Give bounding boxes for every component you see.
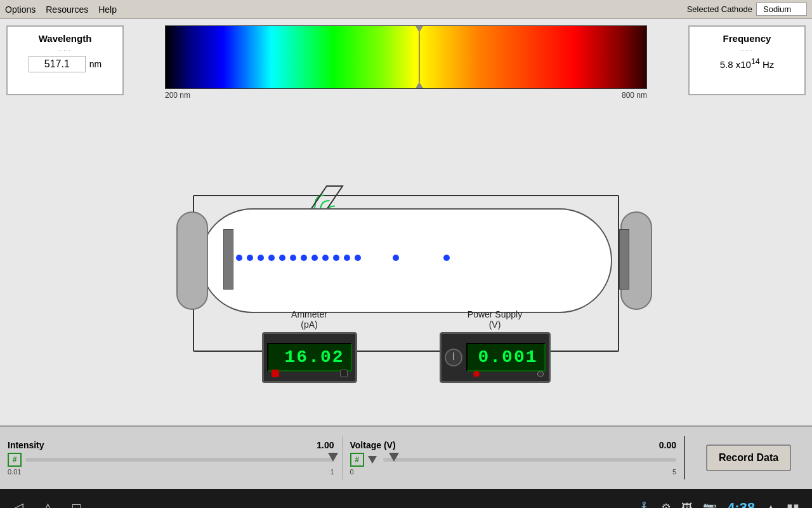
intensity-grid-icon: #: [8, 453, 22, 467]
frequency-value: 5.8 x1014 Hz: [720, 57, 775, 70]
ammeter-box: 16.02: [262, 332, 357, 383]
wavelength-dots: .....: [58, 46, 72, 52]
menu-resources[interactable]: Resources: [46, 4, 88, 15]
intensity-label: Intensity: [8, 440, 44, 450]
home-icon[interactable]: △: [43, 500, 53, 508]
marker-bottom: [416, 82, 423, 88]
menu-options[interactable]: Options: [5, 4, 36, 15]
bottom-bar: Intensity 1.00 # 0.01 1 Voltage (V) 0.00…: [0, 425, 812, 489]
signal-icon: ▮▮: [787, 501, 799, 508]
menu-items: Options Resources Help: [5, 4, 117, 15]
intensity-thumb[interactable]: [328, 453, 338, 462]
marker-line: [419, 32, 420, 82]
nav-left: ◁ △ □: [13, 500, 81, 508]
electron-dot: [247, 255, 253, 261]
frequency-number: 5.8 x10: [720, 59, 751, 70]
wavelength-title: Wavelength: [39, 33, 92, 44]
spectrum-min-label: 200 nm: [165, 91, 190, 100]
ammeter-label: Ammeter (pA): [291, 309, 327, 330]
intensity-min-max: 0.01 1: [8, 468, 334, 476]
intensity-section: Intensity 1.00 # 0.01 1: [0, 436, 343, 479]
dial-line: [453, 352, 454, 360]
electron-dot-far: [443, 255, 450, 261]
photo-icon: 🖼: [681, 502, 693, 509]
power-supply-display: 0.001: [466, 343, 546, 371]
back-icon[interactable]: ◁: [13, 500, 23, 508]
voltage-track[interactable]: [383, 458, 677, 462]
spectrum-max-label: 800 nm: [622, 91, 647, 100]
power-supply-label: Power Supply (V): [468, 309, 522, 330]
recents-icon[interactable]: □: [72, 500, 81, 508]
intensity-value: 1.00: [317, 440, 334, 450]
wifi-icon: ▲: [765, 502, 776, 509]
electron-dot: [279, 255, 285, 261]
power-supply-box: 0.001: [440, 332, 551, 383]
voltage-mini-thumb: [368, 456, 377, 464]
marker-top: [416, 26, 423, 32]
frequency-title: Frequency: [723, 33, 771, 44]
intensity-slider-row: #: [8, 453, 334, 467]
top-section: Wavelength ..... nm 200 nm 800 nm: [0, 19, 812, 130]
electron-dot: [311, 255, 318, 261]
nav-right: ⚓ ⚙ 🖼 📷 4:38 ▲ ▮▮: [637, 500, 799, 508]
voltage-label-row: Voltage (V) 0.00: [350, 440, 677, 450]
ps-terminal-black: [537, 371, 544, 377]
voltage-thumb[interactable]: [389, 453, 399, 462]
voltage-section: Voltage (V) 0.00 # 0 5: [343, 436, 686, 479]
electron-dot: [333, 255, 339, 261]
intensity-max: 1: [330, 468, 334, 476]
wavelength-input-row: nm: [29, 56, 102, 72]
settings-icon: ⚙: [661, 501, 671, 508]
ammeter-group: Ammeter (pA) 16.02: [262, 309, 357, 383]
electrons-container: [235, 255, 451, 261]
meters-section: Ammeter (pA) 16.02 Power Supply (V): [152, 309, 660, 383]
experiment-area: Ammeter (pA) 16.02 Power Supply (V): [0, 130, 812, 425]
right-plate: [619, 229, 629, 290]
power-supply-dial[interactable]: [445, 349, 462, 366]
cathode-dropdown[interactable]: Sodium: [756, 3, 807, 16]
electron-dot-mid: [393, 255, 399, 261]
left-plate: [223, 229, 233, 290]
cathode-label: Selected Cathode: [687, 4, 752, 14]
spectrum-gradient: [166, 26, 646, 88]
ammeter-display: 16.02: [267, 343, 352, 371]
voltage-value: 0.00: [659, 440, 676, 450]
voltage-max: 5: [672, 468, 676, 476]
electron-dot: [236, 255, 242, 261]
usb-icon: ⚓: [637, 501, 651, 508]
spectrum-container: 200 nm 800 nm: [130, 25, 682, 100]
menu-help[interactable]: Help: [98, 4, 117, 15]
electron-dot: [355, 255, 361, 261]
electron-dot: [301, 255, 307, 261]
ammeter-terminal-red: [272, 370, 279, 377]
record-section: Record Data: [685, 444, 812, 471]
frequency-unit: Hz: [760, 59, 775, 70]
frequency-panel: Frequency ..... 5.8 x1014 Hz: [688, 25, 806, 95]
electron-dot: [258, 255, 264, 261]
main-content: Wavelength ..... nm 200 nm 800 nm: [0, 19, 812, 425]
spectrum-marker: [416, 26, 423, 88]
voltage-min: 0: [350, 468, 354, 476]
nav-bar: ◁ △ □ ⚓ ⚙ 🖼 📷 4:38 ▲ ▮▮: [0, 489, 812, 508]
electron-dot: [322, 255, 329, 261]
intensity-label-row: Intensity 1.00: [8, 440, 334, 450]
intensity-track[interactable]: [25, 458, 334, 462]
frequency-exponent: 14: [751, 57, 760, 66]
electron-dot: [268, 255, 275, 261]
electron-dot: [344, 255, 350, 261]
battery-icon: 📷: [703, 501, 717, 508]
spectrum-labels: 200 nm 800 nm: [165, 91, 647, 100]
record-data-button[interactable]: Record Data: [706, 444, 791, 471]
cathode-selector: Selected Cathode Sodium: [687, 3, 807, 16]
electron-dot: [290, 255, 296, 261]
ps-terminal-red: [473, 371, 480, 377]
ammeter-terminal-black: [340, 370, 348, 377]
wavelength-input[interactable]: [29, 56, 86, 72]
power-supply-group: Power Supply (V) 0.001: [440, 309, 551, 383]
intensity-min: 0.01: [8, 468, 21, 476]
left-cap: [176, 211, 208, 310]
voltage-slider-row: #: [350, 453, 677, 467]
frequency-dots: .....: [740, 46, 754, 52]
spectrum-bar[interactable]: [165, 25, 647, 89]
voltage-label: Voltage (V): [350, 440, 396, 450]
